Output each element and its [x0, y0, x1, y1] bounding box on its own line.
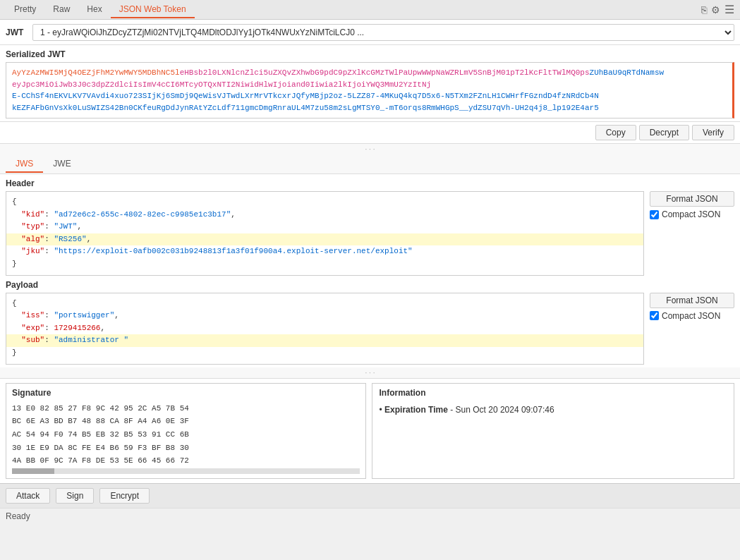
payload-compact-json-checkbox[interactable] [650, 311, 659, 320]
signature-scrollbar[interactable] [12, 468, 360, 474]
attack-button[interactable]: Attack [6, 488, 50, 504]
decrypt-button[interactable]: Decrypt [639, 125, 689, 140]
hex-row-4: 30 1E E9 DA 8C FE E4 B6 59 F3 BF B8 30 [12, 442, 360, 455]
header-compact-json-label: Compact JSON [662, 209, 720, 219]
bottom-panels: Signature 13 E0 82 85 27 F8 9C 42 95 2C … [0, 378, 740, 483]
hex-row-5: 4A BB 0F 9C 7A F8 DE 53 5E 66 45 66 72 [12, 454, 360, 465]
bottom-action-bar: Attack Sign Encrypt [0, 483, 740, 508]
copy-view-icon[interactable]: ⎘ [701, 4, 707, 16]
info-bullet: • [380, 405, 382, 415]
signature-hex-display: 13 E0 82 85 27 F8 9C 42 95 2C A5 7B 54 B… [12, 402, 360, 465]
status-bar: Ready [0, 508, 740, 524]
divider-dots-top: · · · [0, 144, 740, 154]
header-format-json-button[interactable]: Format JSON [650, 191, 734, 207]
signature-panel: Signature 13 E0 82 85 27 F8 9C 42 95 2C … [6, 383, 366, 479]
jwt-label: JWT [6, 28, 27, 37]
information-panel-title: Information [380, 388, 727, 398]
status-text: Ready [6, 511, 30, 521]
header-code-box[interactable]: { "kid": "ad72e6c2-655c-4802-82ec-c9985e… [6, 191, 644, 276]
payload-panel-row: { "iss": "portswigger", "exp": 172941526… [6, 293, 734, 365]
panels-area: Header { "kid": "ad72e6c2-655c-4802-82ec… [0, 174, 740, 367]
signature-panel-title: Signature [12, 388, 360, 398]
payload-compact-json-label: Compact JSON [662, 311, 720, 321]
payload-compact-json-row: Compact JSON [650, 311, 734, 321]
hex-row-2: BC 6E A3 BD B7 48 88 CA 8F A4 A6 0E 3F [12, 415, 360, 428]
payload-section-label: Payload [6, 280, 734, 290]
header-controls: Format JSON Compact JSON [650, 191, 734, 219]
payload-code-box[interactable]: { "iss": "portswigger", "exp": 172941526… [6, 293, 644, 365]
header-compact-json-row: Compact JSON [650, 209, 734, 219]
top-tab-bar: Pretty Raw Hex JSON Web Token ⎘ ⚙ ☰ [0, 0, 740, 20]
serialized-jwt-section: Serialized JWT AyYzAzMWI5MjQ4OEZjFhM2YwM… [0, 45, 740, 122]
encrypt-button[interactable]: Encrypt [99, 488, 150, 504]
divider-dots-bottom: · · · [0, 367, 740, 378]
tab-jwe[interactable]: JWE [43, 156, 80, 173]
header-section-label: Header [6, 178, 734, 188]
payload-controls: Format JSON Compact JSON [650, 293, 734, 321]
serialized-jwt-label: Serialized JWT [6, 49, 734, 59]
header-compact-json-checkbox[interactable] [650, 210, 659, 219]
information-panel: Information • Expiration Time - Sun Oct … [372, 383, 735, 479]
info-expiration-value: Sun Oct 20 2024 09:07:46 [456, 405, 554, 415]
header-panel-row: { "kid": "ad72e6c2-655c-4802-82ec-c9985e… [6, 191, 734, 276]
payload-section: Payload { "iss": "portswigger", "exp": 1… [6, 280, 734, 365]
tab-pretty[interactable]: Pretty [6, 1, 44, 18]
info-separator: - [448, 405, 456, 415]
jwt-selector-row: JWT 1 - eyJraWQiOiJhZDcyZTZjMi02NTVjLTQ4… [0, 20, 740, 45]
info-expiration-item: • Expiration Time - Sun Oct 20 2024 09:0… [380, 403, 727, 417]
menu-icon[interactable]: ☰ [724, 3, 734, 16]
action-buttons-row: Copy Decrypt Verify [0, 122, 740, 144]
info-expiration-label: Expiration Time [384, 405, 448, 415]
tab-json-web-token[interactable]: JSON Web Token [111, 1, 195, 18]
tab-raw[interactable]: Raw [44, 1, 78, 18]
jwt-selector-dropdown[interactable]: 1 - eyJraWQiOiJhZDcyZTZjMi02NTVjLTQ4MDlt… [32, 24, 734, 41]
sign-button[interactable]: Sign [56, 488, 94, 504]
hex-row-1: 13 E0 82 85 27 F8 9C 42 95 2C A5 7B 54 [12, 402, 360, 415]
tab-jws[interactable]: JWS [6, 156, 43, 173]
tab-hex[interactable]: Hex [78, 1, 110, 18]
copy-button[interactable]: Copy [595, 125, 636, 140]
inner-tab-bar: JWS JWE [0, 154, 740, 174]
hex-row-3: AC 54 94 F0 74 B5 EB 32 B5 53 91 CC 6B [12, 428, 360, 442]
signature-scrollbar-thumb[interactable] [12, 468, 54, 474]
jwt-token-box[interactable]: AyYzAzMWI5MjQ4OEZjFhM2YwMWY5MDBhNC5leHBs… [6, 62, 734, 118]
verify-button[interactable]: Verify [692, 125, 734, 140]
header-section: Header { "kid": "ad72e6c2-655c-4802-82ec… [6, 178, 734, 276]
settings-icon[interactable]: ⚙ [711, 4, 720, 16]
payload-format-json-button[interactable]: Format JSON [650, 293, 734, 308]
toolbar-icons: ⎘ ⚙ ☰ [701, 3, 734, 16]
